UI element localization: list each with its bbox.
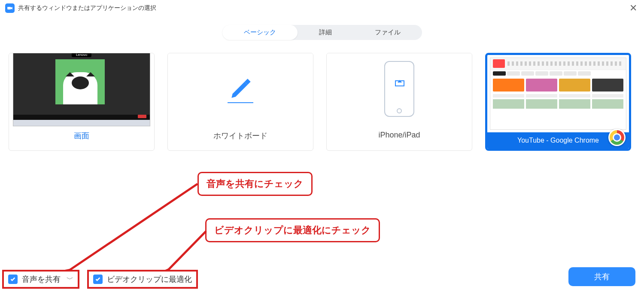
svg-line-1 <box>69 184 197 271</box>
share-audio-checkbox[interactable] <box>8 275 18 284</box>
svg-line-2 <box>167 231 206 271</box>
optimize-video-checkbox[interactable] <box>93 275 103 284</box>
share-option-screen[interactable]: Lenovo 画面 <box>9 53 155 151</box>
close-icon[interactable]: ✕ <box>629 3 637 13</box>
share-option-whiteboard[interactable]: ホワイトボード <box>167 53 313 151</box>
window-title: 共有するウィンドウまたはアプリケーションの選択 <box>18 4 156 12</box>
chrome-label: YouTube - Google Chrome <box>487 132 629 149</box>
share-option-iphone[interactable]: iPhone/iPad <box>326 53 472 151</box>
share-button[interactable]: 共有 <box>568 267 635 286</box>
chevron-down-icon[interactable]: ﹀ <box>67 275 73 284</box>
annotation-audio: 音声を共有にチェック <box>197 172 313 196</box>
tab-files[interactable]: ファイル <box>353 25 422 40</box>
whiteboard-label: ホワイトボード <box>168 124 313 147</box>
optimize-video-label: ビデオクリップに最適化 <box>107 274 192 284</box>
zoom-logo-icon <box>5 3 15 13</box>
device-pill: Lenovo <box>72 53 91 57</box>
iphone-label: iPhone/iPad <box>327 124 472 146</box>
optimize-video-control: ビデオクリップに最適化 <box>87 270 198 289</box>
tab-advanced[interactable]: 詳細 <box>298 25 353 40</box>
chrome-thumbnail <box>487 55 629 132</box>
screen-label: 画面 <box>9 124 154 147</box>
tab-basic[interactable]: ベーシック <box>222 25 298 40</box>
phone-icon <box>384 61 414 117</box>
tab-bar: ベーシック 詳細 ファイル <box>0 25 644 40</box>
share-options-grid: Lenovo 画面 ホワイトボード iPhone/iPad <box>0 40 644 155</box>
screen-thumbnail: Lenovo <box>13 53 150 126</box>
share-audio-label: 音声を共有 <box>22 274 61 284</box>
window-header: 共有するウィンドウまたはアプリケーションの選択 ✕ <box>0 0 644 16</box>
annotation-video: ビデオクリップに最適化にチェック <box>205 218 380 242</box>
chrome-icon <box>608 129 626 146</box>
annotation-arrow-audio <box>43 180 202 279</box>
share-option-chrome[interactable]: YouTube - Google Chrome <box>485 53 631 151</box>
share-audio-control: 音声を共有 ﹀ <box>2 270 79 289</box>
pencil-icon <box>228 75 253 103</box>
